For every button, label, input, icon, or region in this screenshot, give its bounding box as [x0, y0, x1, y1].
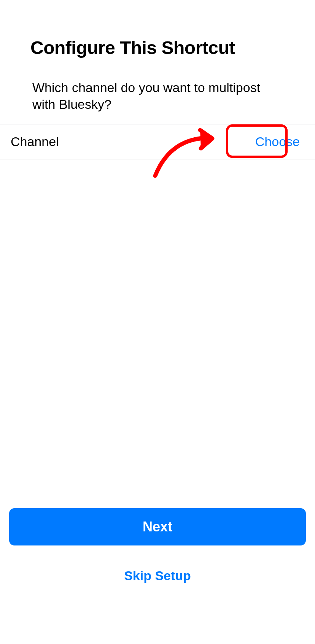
- description-text: Which channel do you want to multipost w…: [32, 79, 283, 113]
- page-title: Configure This Shortcut: [30, 38, 285, 58]
- spacer: [0, 159, 315, 508]
- channel-row[interactable]: Channel Choose: [0, 124, 315, 159]
- footer: Next Skip Setup: [0, 508, 315, 644]
- header: Configure This Shortcut: [0, 0, 315, 70]
- description-section: Which channel do you want to multipost w…: [0, 70, 315, 124]
- skip-setup-button[interactable]: Skip Setup: [9, 564, 306, 587]
- choose-button[interactable]: Choose: [251, 133, 304, 151]
- next-button[interactable]: Next: [9, 508, 306, 545]
- channel-label: Channel: [11, 134, 59, 149]
